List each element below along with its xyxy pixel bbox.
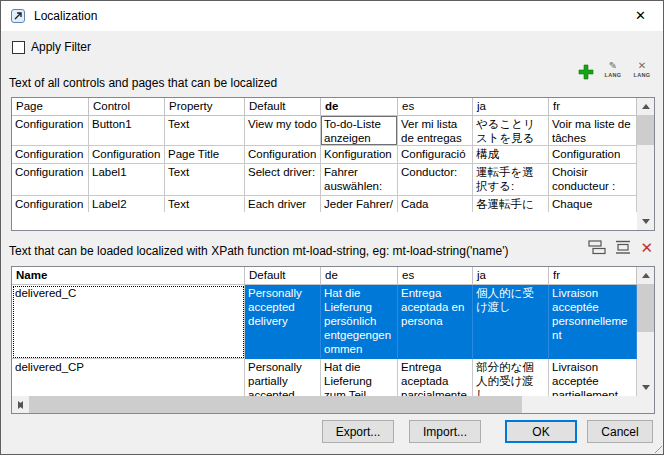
controls-table-content: Page Control Property Default de es ja f…: [12, 98, 637, 230]
cell-property[interactable]: Page Title: [165, 146, 245, 164]
cell-es[interactable]: Entrega aceptada parcialmente: [398, 359, 473, 396]
table-row[interactable]: Configuration Button1 Text View my todo …: [12, 116, 637, 146]
cell-default[interactable]: View my todo: [245, 116, 321, 146]
controls-table: Page Control Property Default de es ja f…: [11, 97, 655, 231]
cell-name[interactable]: delivered_CP: [12, 359, 245, 396]
chevron-right-icon: [18, 401, 23, 409]
cell-fr[interactable]: Configuration: [549, 146, 637, 164]
col-header-name: Name: [12, 267, 245, 285]
col-header-page: Page: [12, 98, 89, 116]
col-header-default: Default: [245, 98, 321, 116]
table-row-selected[interactable]: delivered_C Personally accepted delivery…: [12, 285, 637, 359]
apply-filter-checkbox[interactable]: [12, 41, 25, 54]
ok-button[interactable]: OK: [505, 420, 577, 443]
chevron-up-icon: [642, 104, 650, 109]
cell-property[interactable]: Text: [165, 196, 245, 212]
cell-es[interactable]: Cada conductor obtiene su: [398, 196, 473, 212]
scrollbar-corner: [637, 396, 654, 413]
cell-de[interactable]: Hat die Lieferung persönlich entgegengen…: [321, 285, 398, 359]
cell-es[interactable]: Ver mi lista de entregas: [398, 116, 473, 146]
scroll-right-button[interactable]: [12, 396, 29, 413]
cell-de[interactable]: Konfiguration: [321, 146, 398, 164]
cell-page[interactable]: Configuration: [12, 196, 89, 212]
cell-property[interactable]: Text: [165, 164, 245, 196]
cell-fr[interactable]: Livraison acceptée partiellement: [549, 359, 637, 396]
scroll-down-button[interactable]: [637, 213, 654, 230]
cell-ja[interactable]: 構成: [473, 146, 549, 164]
chevron-down-icon: [642, 385, 650, 390]
cell-es[interactable]: Conductor:: [398, 164, 473, 196]
cell-default[interactable]: Personally accepted delivery: [245, 285, 321, 359]
vertical-scrollbar[interactable]: [637, 98, 654, 230]
cell-fr[interactable]: Livraison acceptée personnellement: [549, 285, 637, 359]
cell-control[interactable]: Button1: [89, 116, 165, 146]
col-header-ja: ja: [473, 98, 549, 116]
section2-toolbar: ✕: [588, 240, 653, 255]
table-row[interactable]: Configuration Label1 Text Select driver:…: [12, 164, 637, 196]
delete-row-icon[interactable]: ✕: [640, 241, 653, 255]
cell-de[interactable]: Jeder Fahrer/ Jede Fahrerin erhält seine…: [321, 196, 398, 212]
export-button[interactable]: Export...: [322, 420, 394, 443]
close-button[interactable]: ✕: [618, 1, 663, 30]
cell-de[interactable]: Hat die Lieferung zum Teil entgegengen: [321, 359, 398, 396]
col-header-es: es: [398, 267, 473, 285]
cell-de[interactable]: Fahrer auswählen:: [321, 164, 398, 196]
cell-page[interactable]: Configuration: [12, 116, 89, 146]
table-row[interactable]: Configuration Configuration Page Title C…: [12, 146, 637, 164]
cell-page[interactable]: Configuration: [12, 146, 89, 164]
strings-table-rows: delivered_C Personally accepted delivery…: [12, 285, 637, 396]
cell-default[interactable]: Personally partially accepted: [245, 359, 321, 396]
strings-table-header: Name Default de es ja fr: [12, 267, 637, 285]
strings-table-content: Name Default de es ja fr delivered_C Per…: [12, 267, 637, 396]
controls-table-header: Page Control Property Default de es ja f…: [12, 98, 637, 116]
add-language-icon[interactable]: [577, 63, 595, 81]
cell-default[interactable]: Configuration: [245, 146, 321, 164]
cell-control[interactable]: Configuration: [89, 146, 165, 164]
col-header-default: Default: [245, 267, 321, 285]
cancel-button[interactable]: Cancel: [587, 420, 653, 443]
cell-es[interactable]: Entrega aceptada en persona: [398, 285, 473, 359]
localization-dialog: Localization ✕ Apply Filter Text of all …: [0, 0, 664, 455]
scrollbar-thumb[interactable]: [637, 284, 654, 332]
cell-fr[interactable]: Voir ma liste de tâches: [549, 116, 637, 146]
cell-es[interactable]: Configuración: [398, 146, 473, 164]
scroll-down-button[interactable]: [637, 379, 654, 396]
cell-control[interactable]: Label1: [89, 164, 165, 196]
cell-default[interactable]: Select driver:: [245, 164, 321, 196]
scroll-up-button[interactable]: [637, 267, 654, 284]
cell-ja[interactable]: やることリストを見る: [473, 116, 549, 146]
cell-fr[interactable]: Chaque conducteur reçoit son trajet: [549, 196, 637, 212]
cell-ja[interactable]: 各運転手にはニューヨーク市内の配達ルートが: [473, 196, 549, 212]
vertical-scrollbar[interactable]: [637, 267, 654, 396]
horizontal-scrollbar[interactable]: [12, 396, 637, 413]
import-button[interactable]: Import...: [409, 420, 481, 443]
scrollbar-thumb[interactable]: [637, 115, 654, 145]
cell-fr[interactable]: Choisir conducteur :: [549, 164, 637, 196]
scroll-up-button[interactable]: [637, 98, 654, 115]
x-icon: ✕: [638, 61, 646, 72]
cell-de-focused[interactable]: To-do-Liste anzeigen: [321, 116, 398, 146]
apply-filter-label: Apply Filter: [31, 40, 91, 54]
cell-page[interactable]: Configuration: [12, 164, 89, 196]
col-header-control: Control: [89, 98, 165, 116]
table-row[interactable]: delivered_CP Personally partially accept…: [12, 359, 637, 396]
cell-property[interactable]: Text: [165, 116, 245, 146]
cell-ja[interactable]: 個人的に受け渡し: [473, 285, 549, 359]
section2-label: Text that can be loaded localized with X…: [9, 244, 509, 258]
apply-filter-row: Apply Filter: [12, 40, 91, 54]
col-header-de: de: [321, 98, 398, 116]
table-row[interactable]: Configuration Label2 Text Each driver ge…: [12, 196, 637, 212]
cell-control[interactable]: Label2: [89, 196, 165, 212]
col-header-fr: fr: [549, 267, 637, 285]
append-row-icon[interactable]: [588, 240, 606, 255]
cell-default[interactable]: Each driver gets his/her route for: [245, 196, 321, 212]
delete-language-icon[interactable]: ✕ LANG: [631, 61, 653, 79]
cell-ja[interactable]: 部分的な個人的受け渡し: [473, 359, 549, 396]
col-header-es: es: [398, 98, 473, 116]
edit-language-icon[interactable]: ✎ LANG: [602, 61, 624, 79]
cell-ja[interactable]: 運転手を選択する:: [473, 164, 549, 196]
insert-row-icon[interactable]: [614, 240, 632, 255]
cell-name-focused[interactable]: delivered_C: [12, 285, 245, 359]
scrollbar-thumb[interactable]: [29, 396, 522, 413]
col-header-de: de: [321, 267, 398, 285]
